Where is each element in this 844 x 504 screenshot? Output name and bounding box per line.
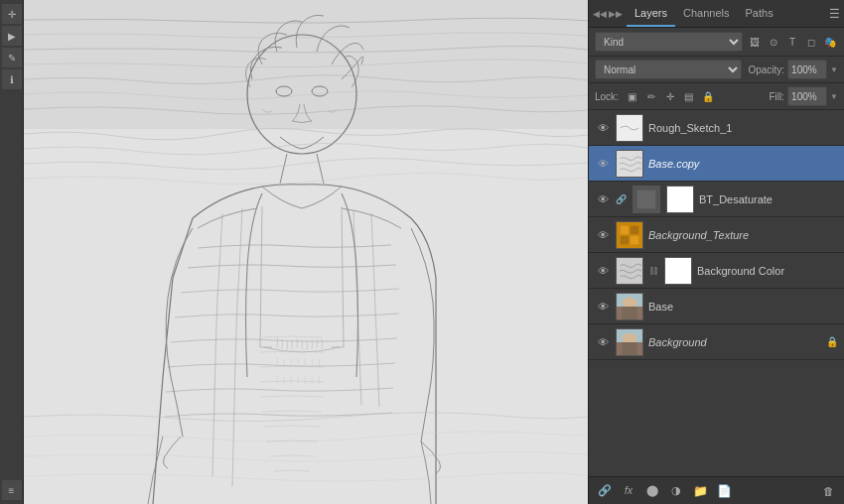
opacity-group: Opacity: ▼ [748,60,838,79]
tab-layers[interactable]: Layers [627,1,675,27]
opacity-input[interactable] [787,60,827,79]
layer-visibility-toggle[interactable]: 👁 [595,227,611,243]
opacity-label: Opacity: [748,64,784,75]
left-toolbar: ✛ ▶ ✎ ℹ ≡ [0,0,24,504]
info-tool[interactable]: ℹ [2,69,22,89]
layer-name: Background [648,336,821,348]
blend-opacity-row: Normal Dissolve Multiply Screen Overlay … [589,57,844,83]
panel-collapse-left[interactable]: ◀◀ [593,9,607,19]
svg-rect-11 [621,225,629,233]
layer-visibility-toggle[interactable]: 👁 [595,334,611,350]
svg-rect-20 [623,307,637,319]
panel-tab-bar: ◀◀ ▶▶ Layers Channels Paths ☰ [589,0,844,28]
kind-filter-row: Kind 🖼 ⊙ T ◻ 🎭 [589,28,844,57]
layer-name: Background Color [697,265,838,277]
layer-name: Base [648,301,838,313]
add-mask-button[interactable]: ⬤ [642,481,662,501]
svg-rect-12 [631,225,638,233]
sketch-canvas [24,0,588,504]
brush-tool[interactable]: ✎ [2,48,22,67]
layers-tool[interactable]: ≡ [2,480,22,500]
layer-name: Background_Texture [648,229,838,241]
layer-row[interactable]: 👁 Base.copy [589,146,844,182]
lock-position-icon[interactable]: ✛ [662,88,678,104]
kind-smartobject-icon[interactable]: 🎭 [822,34,838,50]
layer-mask-thumbnail [664,257,692,285]
layers-list: 👁 Rough_Sketch_1 👁 Base.copy 👁 🔗 BT_ [589,110,844,476]
layers-panel: ◀◀ ▶▶ Layers Channels Paths ☰ Kind 🖼 ⊙ T… [588,0,844,504]
fill-label: Fill: [770,91,785,102]
layer-visibility-toggle[interactable]: 👁 [595,299,611,315]
tab-channels[interactable]: Channels [675,1,737,27]
new-layer-button[interactable]: 📄 [714,481,734,501]
play-tool[interactable]: ▶ [2,26,22,46]
panel-bottom-toolbar: 🔗 fx ⬤ ◑ 📁 📄 🗑 [589,476,844,504]
blend-mode-select[interactable]: Normal Dissolve Multiply Screen Overlay [595,60,742,79]
layer-link-indicator: 🔗 [616,194,627,204]
svg-rect-14 [631,235,638,243]
lock-icons: ▣ ✏ ✛ ▤ 🔒 [625,88,716,104]
tab-paths[interactable]: Paths [738,1,781,27]
layer-mask-thumbnail [666,186,694,213]
layer-thumbnail [616,257,643,285]
layer-thumbnail [616,328,643,356]
layer-row[interactable]: 👁 ⛓ Background Color [589,253,844,289]
mask-chain[interactable]: ⛓ [649,266,658,276]
layer-name: Rough_Sketch_1 [648,122,838,134]
svg-rect-8 [637,189,656,208]
layer-visibility-toggle[interactable]: 👁 [595,156,611,172]
svg-rect-16 [665,258,691,284]
fill-arrow: ▼ [830,92,838,101]
svg-rect-9 [667,187,693,212]
kind-type-icon[interactable]: T [784,34,800,50]
move-tool[interactable]: ✛ [2,4,22,24]
layer-visibility-toggle[interactable]: 👁 [595,263,611,279]
lock-transparent-icon[interactable]: ▣ [625,88,640,104]
layer-thumbnail [633,186,660,213]
lock-artboard-icon[interactable]: ▤ [681,88,697,104]
lock-pixels-icon[interactable]: ✏ [643,88,659,104]
layer-row[interactable]: 👁 🔗 BT_Desaturate [589,182,844,217]
panel-collapse-right[interactable]: ▶▶ [609,9,623,19]
svg-rect-24 [623,342,637,355]
layer-thumbnail [616,293,643,320]
layer-row[interactable]: 👁 Rough_Sketch_1 [589,110,844,146]
layer-row[interactable]: 👁 Background 🔒 [589,324,844,360]
svg-rect-13 [621,235,629,243]
layer-thumbnail [616,114,643,142]
fill-input[interactable] [787,86,827,106]
lock-all-icon[interactable]: 🔒 [700,88,716,104]
kind-shape-icon[interactable]: ◻ [803,34,819,50]
lock-fill-row: Lock: ▣ ✏ ✛ ▤ 🔒 Fill: ▼ [589,83,844,110]
layer-row[interactable]: 👁 Background_Texture [589,217,844,253]
opacity-arrow: ▼ [830,65,838,74]
layer-visibility-toggle[interactable]: 👁 [595,191,611,207]
layer-thumbnail [616,221,643,249]
panel-menu-icon[interactable]: ☰ [829,7,840,21]
delete-layer-button[interactable]: 🗑 [818,481,838,501]
add-style-button[interactable]: fx [619,481,638,501]
layer-name: Base.copy [648,158,838,170]
link-layers-button[interactable]: 🔗 [595,481,615,501]
layer-row[interactable]: 👁 Base [589,289,844,324]
layer-locked-icon: 🔒 [826,336,838,347]
kind-icons: 🖼 ⊙ T ◻ 🎭 [747,34,838,50]
fill-group: Fill: ▼ [770,86,838,106]
kind-pixel-icon[interactable]: 🖼 [747,34,763,50]
kind-select[interactable]: Kind [595,32,743,52]
canvas-area [24,0,588,504]
layer-name: BT_Desaturate [699,193,838,205]
new-fill-button[interactable]: ◑ [666,481,686,501]
layer-thumbnail [616,150,643,178]
new-group-button[interactable]: 📁 [690,481,710,501]
layer-visibility-toggle[interactable]: 👁 [595,120,611,136]
kind-adjustment-icon[interactable]: ⊙ [766,34,781,50]
lock-label: Lock: [595,91,619,102]
